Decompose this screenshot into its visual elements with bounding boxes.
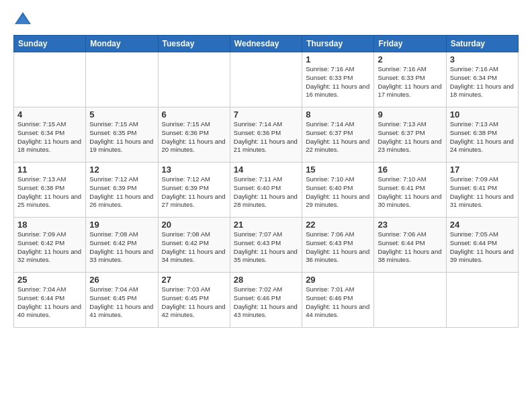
weekday-header-saturday: Saturday	[446, 36, 518, 52]
logo-icon	[13, 11, 32, 30]
day-info: Sunrise: 7:06 AM Sunset: 6:43 PM Dayligh…	[306, 230, 370, 265]
calendar-cell: 25Sunrise: 7:04 AM Sunset: 6:44 PM Dayli…	[14, 273, 86, 328]
day-info: Sunrise: 7:15 AM Sunset: 6:34 PM Dayligh…	[17, 120, 82, 154]
calendar-week-row: 1Sunrise: 7:16 AM Sunset: 6:33 PM Daylig…	[14, 52, 519, 107]
calendar-cell: 28Sunrise: 7:02 AM Sunset: 6:46 PM Dayli…	[230, 273, 302, 328]
day-info: Sunrise: 7:10 AM Sunset: 6:40 PM Dayligh…	[306, 175, 370, 210]
calendar-table: SundayMondayTuesdayWednesdayThursdayFrid…	[13, 35, 519, 328]
day-number: 15	[306, 165, 370, 175]
day-number: 21	[234, 220, 298, 230]
calendar-header: SundayMondayTuesdayWednesdayThursdayFrid…	[14, 36, 519, 52]
day-info: Sunrise: 7:04 AM Sunset: 6:44 PM Dayligh…	[17, 285, 82, 320]
calendar-cell	[158, 52, 230, 107]
calendar-cell: 29Sunrise: 7:01 AM Sunset: 6:46 PM Dayli…	[302, 273, 374, 328]
weekday-header-monday: Monday	[86, 36, 158, 52]
day-number: 5	[89, 109, 154, 120]
day-info: Sunrise: 7:03 AM Sunset: 6:45 PM Dayligh…	[162, 285, 226, 320]
day-number: 19	[89, 220, 154, 230]
calendar-week-row: 4Sunrise: 7:15 AM Sunset: 6:34 PM Daylig…	[14, 107, 519, 163]
calendar-cell: 23Sunrise: 7:06 AM Sunset: 6:44 PM Dayli…	[374, 218, 446, 273]
logo	[13, 11, 35, 30]
calendar-cell: 15Sunrise: 7:10 AM Sunset: 6:40 PM Dayli…	[302, 163, 374, 218]
calendar-week-row: 18Sunrise: 7:09 AM Sunset: 6:42 PM Dayli…	[14, 218, 519, 273]
day-number: 17	[450, 165, 515, 175]
day-number: 28	[234, 275, 298, 285]
day-number: 12	[89, 165, 154, 175]
day-number: 10	[450, 109, 515, 120]
calendar-cell: 3Sunrise: 7:16 AM Sunset: 6:34 PM Daylig…	[446, 52, 518, 107]
weekday-header-friday: Friday	[374, 36, 446, 52]
day-number: 2	[378, 54, 442, 64]
weekday-header-row: SundayMondayTuesdayWednesdayThursdayFrid…	[14, 36, 519, 52]
calendar-cell: 8Sunrise: 7:14 AM Sunset: 6:37 PM Daylig…	[302, 107, 374, 163]
day-number: 1	[306, 54, 370, 64]
calendar-cell	[374, 273, 446, 328]
calendar-cell: 12Sunrise: 7:12 AM Sunset: 6:39 PM Dayli…	[86, 163, 158, 218]
weekday-header-thursday: Thursday	[302, 36, 374, 52]
calendar-cell: 19Sunrise: 7:08 AM Sunset: 6:42 PM Dayli…	[86, 218, 158, 273]
day-info: Sunrise: 7:15 AM Sunset: 6:36 PM Dayligh…	[162, 120, 226, 154]
day-info: Sunrise: 7:06 AM Sunset: 6:44 PM Dayligh…	[378, 230, 442, 265]
calendar-cell	[446, 273, 518, 328]
calendar-cell: 17Sunrise: 7:09 AM Sunset: 6:41 PM Dayli…	[446, 163, 518, 218]
calendar-cell: 22Sunrise: 7:06 AM Sunset: 6:43 PM Dayli…	[302, 218, 374, 273]
weekday-header-sunday: Sunday	[14, 36, 86, 52]
page: SundayMondayTuesdayWednesdayThursdayFrid…	[0, 0, 532, 411]
day-info: Sunrise: 7:13 AM Sunset: 6:37 PM Dayligh…	[378, 120, 442, 154]
calendar-cell: 27Sunrise: 7:03 AM Sunset: 6:45 PM Dayli…	[158, 273, 230, 328]
day-number: 27	[162, 275, 226, 285]
day-info: Sunrise: 7:10 AM Sunset: 6:41 PM Dayligh…	[378, 175, 442, 210]
calendar-cell: 10Sunrise: 7:13 AM Sunset: 6:38 PM Dayli…	[446, 107, 518, 163]
calendar-week-row: 11Sunrise: 7:13 AM Sunset: 6:38 PM Dayli…	[14, 163, 519, 218]
day-number: 20	[162, 220, 226, 230]
calendar-cell: 4Sunrise: 7:15 AM Sunset: 6:34 PM Daylig…	[14, 107, 86, 163]
calendar-cell	[14, 52, 86, 107]
day-info: Sunrise: 7:12 AM Sunset: 6:39 PM Dayligh…	[89, 175, 154, 210]
day-number: 24	[450, 220, 515, 230]
calendar-cell	[230, 52, 302, 107]
day-number: 29	[306, 275, 370, 285]
calendar-cell: 26Sunrise: 7:04 AM Sunset: 6:45 PM Dayli…	[86, 273, 158, 328]
weekday-header-tuesday: Tuesday	[158, 36, 230, 52]
day-number: 14	[234, 165, 298, 175]
day-info: Sunrise: 7:12 AM Sunset: 6:39 PM Dayligh…	[162, 175, 226, 210]
calendar-body: 1Sunrise: 7:16 AM Sunset: 6:33 PM Daylig…	[14, 52, 519, 328]
calendar-cell: 2Sunrise: 7:16 AM Sunset: 6:33 PM Daylig…	[374, 52, 446, 107]
day-number: 16	[378, 165, 442, 175]
day-info: Sunrise: 7:08 AM Sunset: 6:42 PM Dayligh…	[162, 230, 226, 265]
day-number: 6	[162, 109, 226, 120]
weekday-header-wednesday: Wednesday	[230, 36, 302, 52]
day-number: 22	[306, 220, 370, 230]
day-info: Sunrise: 7:09 AM Sunset: 6:41 PM Dayligh…	[450, 175, 515, 210]
calendar-cell: 18Sunrise: 7:09 AM Sunset: 6:42 PM Dayli…	[14, 218, 86, 273]
calendar-cell	[86, 52, 158, 107]
calendar-cell: 9Sunrise: 7:13 AM Sunset: 6:37 PM Daylig…	[374, 107, 446, 163]
calendar-cell: 24Sunrise: 7:05 AM Sunset: 6:44 PM Dayli…	[446, 218, 518, 273]
calendar-cell: 16Sunrise: 7:10 AM Sunset: 6:41 PM Dayli…	[374, 163, 446, 218]
day-info: Sunrise: 7:05 AM Sunset: 6:44 PM Dayligh…	[450, 230, 515, 265]
day-number: 26	[89, 275, 154, 285]
calendar-cell: 1Sunrise: 7:16 AM Sunset: 6:33 PM Daylig…	[302, 52, 374, 107]
day-info: Sunrise: 7:09 AM Sunset: 6:42 PM Dayligh…	[17, 230, 82, 265]
day-info: Sunrise: 7:07 AM Sunset: 6:43 PM Dayligh…	[234, 230, 298, 265]
day-info: Sunrise: 7:14 AM Sunset: 6:37 PM Dayligh…	[306, 120, 370, 154]
day-info: Sunrise: 7:04 AM Sunset: 6:45 PM Dayligh…	[89, 285, 154, 320]
day-number: 8	[306, 109, 370, 120]
day-number: 18	[17, 220, 82, 230]
day-number: 7	[234, 109, 298, 120]
day-info: Sunrise: 7:16 AM Sunset: 6:33 PM Dayligh…	[378, 65, 442, 99]
day-info: Sunrise: 7:16 AM Sunset: 6:33 PM Dayligh…	[306, 65, 370, 99]
day-info: Sunrise: 7:16 AM Sunset: 6:34 PM Dayligh…	[450, 65, 515, 99]
day-number: 25	[17, 275, 82, 285]
day-number: 13	[162, 165, 226, 175]
calendar-cell: 21Sunrise: 7:07 AM Sunset: 6:43 PM Dayli…	[230, 218, 302, 273]
calendar-cell: 7Sunrise: 7:14 AM Sunset: 6:36 PM Daylig…	[230, 107, 302, 163]
day-info: Sunrise: 7:02 AM Sunset: 6:46 PM Dayligh…	[234, 285, 298, 320]
day-info: Sunrise: 7:13 AM Sunset: 6:38 PM Dayligh…	[450, 120, 515, 154]
day-number: 23	[378, 220, 442, 230]
day-info: Sunrise: 7:15 AM Sunset: 6:35 PM Dayligh…	[89, 120, 154, 154]
day-number: 3	[450, 54, 515, 64]
calendar-cell: 11Sunrise: 7:13 AM Sunset: 6:38 PM Dayli…	[14, 163, 86, 218]
calendar-cell: 20Sunrise: 7:08 AM Sunset: 6:42 PM Dayli…	[158, 218, 230, 273]
day-number: 9	[378, 109, 442, 120]
